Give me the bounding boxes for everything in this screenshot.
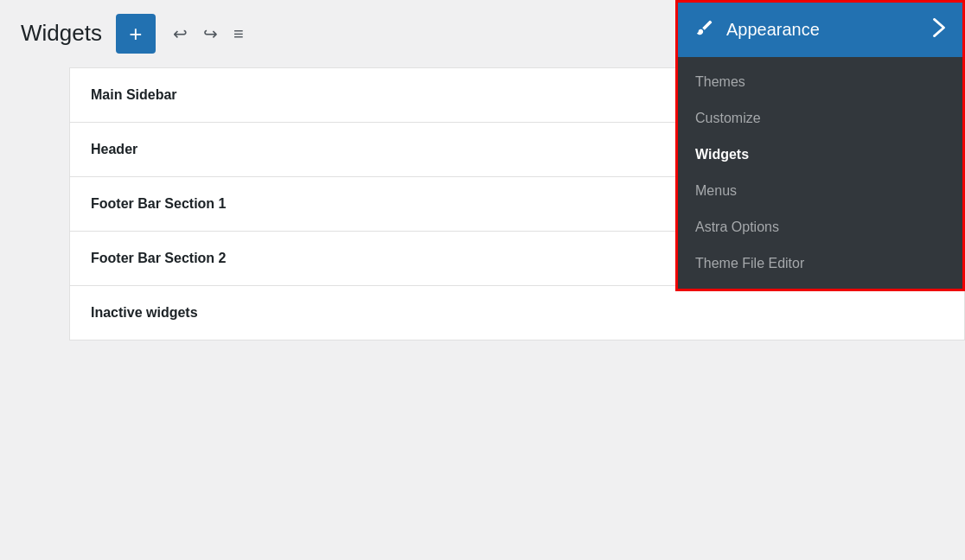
plus-icon: +	[129, 22, 142, 45]
add-widget-button[interactable]: +	[116, 14, 156, 54]
appearance-menu-item-widgets[interactable]: Widgets	[678, 137, 962, 173]
appearance-menu-item-customize[interactable]: Customize	[678, 100, 962, 137]
hamburger-icon: ≡	[233, 24, 244, 44]
appearance-menu-item-astra-options[interactable]: Astra Options	[678, 209, 962, 245]
undo-button[interactable]: ↩	[169, 20, 191, 48]
appearance-menu-item-theme-file-editor[interactable]: Theme File Editor	[678, 245, 962, 282]
undo-icon: ↩	[173, 23, 188, 44]
toolbar-icons: ↩ ↪ ≡	[169, 20, 247, 48]
appearance-menu-item-menus[interactable]: Menus	[678, 173, 962, 209]
menu-button[interactable]: ≡	[230, 21, 247, 48]
widget-item[interactable]: Inactive widgets	[70, 286, 964, 340]
redo-button[interactable]: ↪	[200, 20, 221, 48]
appearance-menu-item-themes[interactable]: Themes	[678, 64, 962, 100]
collapse-icon	[933, 18, 945, 41]
appearance-title: Appearance	[726, 20, 921, 40]
page-title: Widgets	[21, 20, 102, 47]
appearance-menu: ThemesCustomizeWidgetsMenusAstra Options…	[678, 57, 962, 289]
appearance-icon	[695, 18, 714, 41]
redo-icon: ↪	[203, 23, 218, 44]
appearance-header[interactable]: Appearance	[678, 3, 962, 57]
appearance-panel: Appearance ThemesCustomizeWidgetsMenusAs…	[675, 0, 965, 291]
